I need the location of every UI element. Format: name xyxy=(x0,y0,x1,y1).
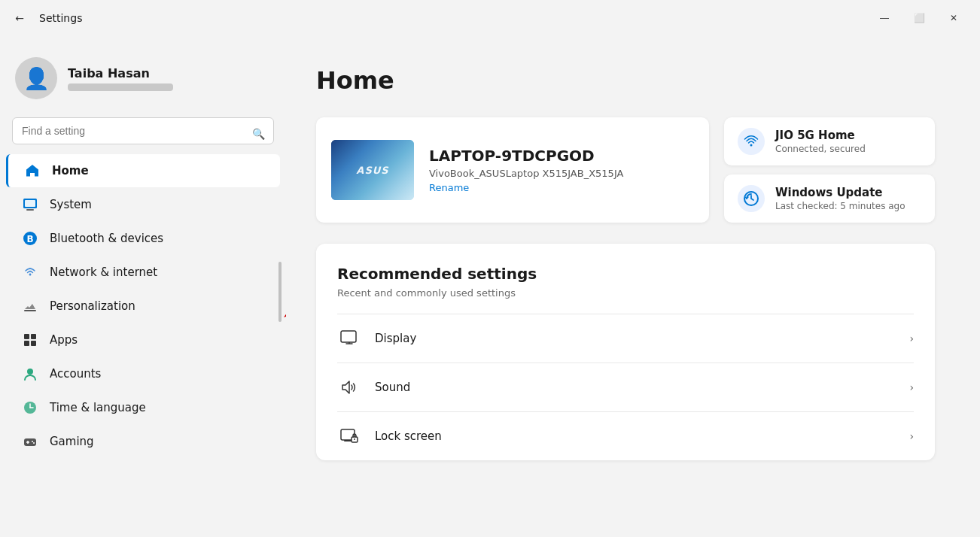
svg-point-28 xyxy=(354,438,355,440)
sidebar-item-time[interactable]: Time & language xyxy=(6,391,280,424)
recommended-title: Recommended settings xyxy=(337,265,914,283)
settings-list: Display › Sound › xyxy=(337,314,914,460)
apps-icon xyxy=(21,331,39,349)
system-icon xyxy=(21,196,39,214)
maximize-button[interactable]: ⬜ xyxy=(902,6,936,30)
wifi-status-card: JIO 5G Home Connected, secured xyxy=(724,117,935,165)
svg-point-11 xyxy=(27,369,33,375)
update-title: Windows Update xyxy=(775,186,905,199)
device-thumbnail: ASUS xyxy=(331,140,414,200)
user-subtitle-bar xyxy=(68,83,173,91)
recommended-subtitle: Recent and commonly used settings xyxy=(337,287,914,299)
sidebar-item-gaming[interactable]: Gaming xyxy=(6,425,280,458)
window-controls: — ⬜ ✕ xyxy=(867,6,971,30)
device-model: VivoBook_ASUSLaptop X515JAB_X515JA xyxy=(429,168,623,179)
svg-rect-22 xyxy=(341,331,356,342)
svg-point-18 xyxy=(32,441,33,442)
page-title: Home xyxy=(316,66,935,95)
sidebar-item-system[interactable]: System xyxy=(6,188,280,221)
avatar-icon: 👤 xyxy=(23,66,50,91)
svg-rect-1 xyxy=(26,209,34,211)
update-subtitle: Last checked: 5 minutes ago xyxy=(775,201,905,211)
lockscreen-icon xyxy=(337,424,361,448)
wifi-title: JIO 5G Home xyxy=(775,129,866,142)
sidebar: 👤 Taiba Hasan 🔍 Home xyxy=(0,36,286,537)
svg-point-19 xyxy=(33,442,35,444)
sidebar-item-label: System xyxy=(50,198,92,211)
sound-chevron-icon: › xyxy=(909,381,914,393)
settings-item-display[interactable]: Display › xyxy=(337,314,914,363)
device-logo: ASUS xyxy=(356,165,388,176)
display-icon xyxy=(337,326,361,350)
rename-link[interactable]: Rename xyxy=(429,182,623,193)
sidebar-item-label: Home xyxy=(52,164,89,177)
display-label: Display xyxy=(375,332,896,345)
sidebar-item-personalization[interactable]: Personalization xyxy=(6,290,280,323)
sidebar-item-home[interactable]: Home xyxy=(6,154,280,187)
nav-menu: Home System B xyxy=(0,153,286,459)
wifi-icon xyxy=(738,128,765,155)
svg-rect-15 xyxy=(24,438,36,446)
svg-rect-26 xyxy=(344,440,352,441)
user-profile: 👤 Taiba Hasan xyxy=(0,48,286,114)
svg-rect-7 xyxy=(24,334,29,339)
network-icon xyxy=(21,263,39,281)
display-chevron-icon: › xyxy=(909,332,914,344)
sidebar-item-apps[interactable]: Apps xyxy=(6,323,280,356)
sidebar-item-bluetooth[interactable]: B Bluetooth & devices xyxy=(6,222,280,255)
gaming-icon xyxy=(21,432,39,451)
wifi-info: JIO 5G Home Connected, secured xyxy=(775,129,866,154)
sidebar-item-accounts[interactable]: Accounts xyxy=(6,357,280,390)
lockscreen-label: Lock screen xyxy=(375,429,896,443)
sidebar-item-label: Personalization xyxy=(50,299,135,313)
svg-rect-10 xyxy=(31,341,36,346)
settings-item-lockscreen[interactable]: Lock screen › xyxy=(337,411,914,460)
search-input[interactable] xyxy=(12,117,274,144)
device-info: LAPTOP-9TDCPGOD VivoBook_ASUSLaptop X515… xyxy=(429,147,623,193)
recommended-settings-card: Recommended settings Recent and commonly… xyxy=(316,244,935,460)
svg-point-20 xyxy=(750,144,753,147)
top-cards-row: ASUS LAPTOP-9TDCPGOD VivoBook_ASUSLaptop… xyxy=(316,117,935,223)
sidebar-item-label: Gaming xyxy=(50,435,94,448)
scrollbar-indicator xyxy=(278,262,282,322)
home-icon xyxy=(23,162,41,180)
avatar: 👤 xyxy=(15,57,57,99)
title-bar: ← Settings — ⬜ ✕ xyxy=(0,0,980,36)
bluetooth-icon: B xyxy=(21,229,39,247)
back-icon: ← xyxy=(15,12,24,24)
sidebar-item-label: Apps xyxy=(50,333,78,347)
svg-rect-5 xyxy=(24,310,36,311)
close-button[interactable]: ✕ xyxy=(936,6,971,30)
accounts-icon xyxy=(21,365,39,383)
svg-rect-8 xyxy=(31,334,36,339)
svg-text:B: B xyxy=(26,234,33,244)
app-container: 👤 Taiba Hasan 🔍 Home xyxy=(0,36,980,537)
personalization-icon xyxy=(21,297,39,315)
user-info: Taiba Hasan xyxy=(68,66,173,91)
time-icon xyxy=(21,399,39,417)
device-name: LAPTOP-9TDCPGOD xyxy=(429,147,623,165)
app-title: Settings xyxy=(39,12,82,24)
main-content: Home ASUS LAPTOP-9TDCPGOD VivoBook_ASUSL… xyxy=(286,36,980,537)
update-icon xyxy=(738,185,765,212)
sidebar-item-network[interactable]: Network & internet xyxy=(6,256,280,289)
wifi-subtitle: Connected, secured xyxy=(775,144,866,154)
update-info: Windows Update Last checked: 5 minutes a… xyxy=(775,186,905,211)
status-cards: JIO 5G Home Connected, secured xyxy=(724,117,935,223)
settings-item-sound[interactable]: Sound › xyxy=(337,363,914,411)
device-thumbnail-inner: ASUS xyxy=(331,140,414,200)
svg-rect-9 xyxy=(24,341,29,346)
lockscreen-chevron-icon: › xyxy=(909,430,914,442)
sidebar-item-label: Time & language xyxy=(50,401,146,414)
svg-rect-2 xyxy=(25,200,35,207)
update-status-card: Windows Update Last checked: 5 minutes a… xyxy=(724,174,935,223)
sound-icon xyxy=(337,375,361,399)
sidebar-item-label: Network & internet xyxy=(50,265,157,279)
user-name: Taiba Hasan xyxy=(68,66,173,80)
sidebar-item-label: Bluetooth & devices xyxy=(50,232,163,245)
sidebar-item-label: Accounts xyxy=(50,367,101,381)
back-button[interactable]: ← xyxy=(9,8,30,29)
device-card: ASUS LAPTOP-9TDCPGOD VivoBook_ASUSLaptop… xyxy=(316,117,709,223)
minimize-button[interactable]: — xyxy=(867,6,902,30)
sound-label: Sound xyxy=(375,381,896,394)
